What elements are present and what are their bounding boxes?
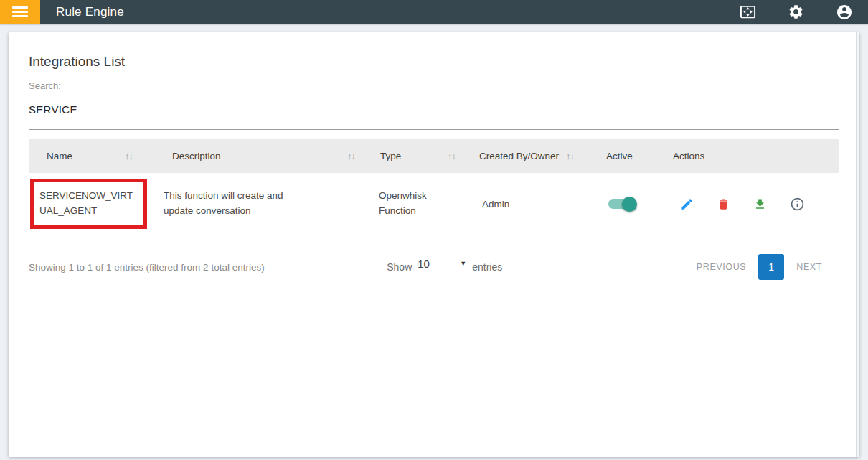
column-header-created-by[interactable]: Created By/Owner ↑↓ bbox=[470, 139, 595, 173]
fit-screen-icon[interactable] bbox=[740, 4, 756, 20]
column-header-description[interactable]: Description ↑↓ bbox=[154, 139, 369, 173]
sort-icon[interactable]: ↑↓ bbox=[566, 151, 574, 161]
table-footer: Showing 1 to 1 of 1 entries (filtered fr… bbox=[29, 254, 839, 280]
page-1-button[interactable]: 1 bbox=[758, 254, 784, 280]
scrollbar[interactable] bbox=[856, 32, 859, 457]
table-row: SERVICENOW_VIRTUAL_AGENT This function w… bbox=[29, 173, 839, 235]
cell-name: SERVICENOW_VIRTUAL_AGENT bbox=[29, 173, 154, 235]
table-header: Name ↑↓ Description ↑↓ Type ↑↓ Created B… bbox=[29, 139, 839, 173]
entries-label: entries bbox=[472, 261, 502, 273]
annotation-highlight-box: SERVICENOW_VIRTUAL_AGENT bbox=[30, 179, 147, 229]
sort-icon[interactable]: ↑↓ bbox=[125, 151, 133, 161]
active-toggle[interactable] bbox=[608, 197, 636, 212]
account-icon[interactable] bbox=[836, 4, 853, 21]
column-header-active: Active bbox=[595, 139, 660, 173]
integrations-card: Integrations List Search: SERVICE Name ↑… bbox=[9, 32, 859, 457]
previous-button[interactable]: PREVIOUS bbox=[697, 262, 746, 272]
page-title: Integrations List bbox=[29, 54, 839, 70]
app-title: Rule Engine bbox=[56, 5, 124, 19]
page-size-select[interactable]: 10 ▼ bbox=[418, 258, 466, 276]
page-size-value: 10 bbox=[418, 258, 430, 270]
search-input[interactable]: SERVICE bbox=[29, 103, 839, 116]
cell-description: This function will create and update con… bbox=[154, 173, 369, 235]
cell-active bbox=[595, 173, 660, 235]
entries-summary: Showing 1 to 1 of 1 entries (filtered fr… bbox=[29, 262, 387, 273]
show-entries: Show 10 ▼ entries bbox=[387, 258, 502, 276]
cell-owner: Admin bbox=[470, 173, 595, 235]
chevron-down-icon: ▼ bbox=[460, 260, 466, 267]
download-icon[interactable] bbox=[753, 197, 767, 211]
search-label: Search: bbox=[29, 80, 839, 91]
show-label: Show bbox=[387, 261, 412, 273]
settings-gear-icon[interactable] bbox=[788, 4, 804, 20]
delete-icon[interactable] bbox=[717, 197, 730, 211]
next-button[interactable]: NEXT bbox=[796, 262, 822, 272]
column-header-name[interactable]: Name ↑↓ bbox=[29, 139, 154, 173]
column-header-actions: Actions bbox=[660, 139, 839, 173]
app-header: Rule Engine bbox=[0, 0, 868, 24]
cell-actions bbox=[660, 173, 839, 235]
edit-icon[interactable] bbox=[680, 197, 694, 211]
menu-button[interactable] bbox=[0, 0, 40, 24]
cell-type: Openwhisk Function bbox=[369, 173, 470, 235]
pagination: PREVIOUS 1 NEXT bbox=[502, 254, 839, 280]
hamburger-icon bbox=[12, 4, 28, 19]
column-header-type[interactable]: Type ↑↓ bbox=[369, 139, 470, 173]
sort-icon[interactable]: ↑↓ bbox=[347, 151, 355, 161]
sort-icon[interactable]: ↑↓ bbox=[448, 151, 456, 161]
search-underline bbox=[29, 129, 839, 130]
info-icon[interactable] bbox=[790, 197, 805, 212]
